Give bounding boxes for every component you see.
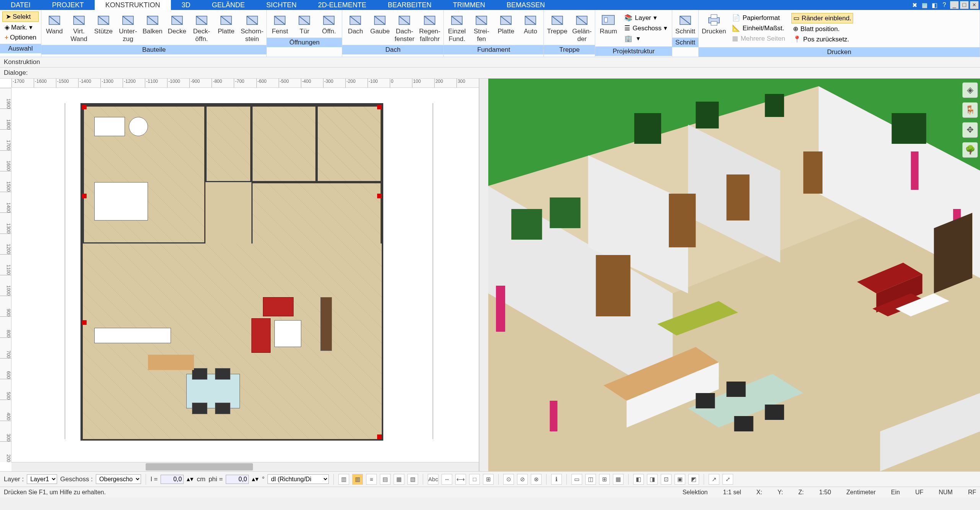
tuer-button[interactable]: Tür — [292, 12, 317, 36]
tb-icon[interactable]: ⊡ — [661, 474, 671, 485]
schornstein-button[interactable]: Schorn- stein — [238, 12, 266, 43]
scrollbar-vertical[interactable] — [479, 79, 488, 471]
selekt-button[interactable]: ➤Selekt — [2, 12, 39, 22]
unterzug-button[interactable]: Unter- zug — [116, 12, 140, 43]
gaube-button[interactable]: Gaube — [368, 12, 392, 36]
viewport-2d[interactable]: -1700-1600-1500-1400-1300-1200-1100-1000… — [0, 79, 479, 471]
einzelfund-button[interactable]: Einzel Fund. — [445, 12, 469, 43]
tab-sichten[interactable]: SICHTEN — [256, 0, 307, 10]
tb-icon[interactable]: ◫ — [585, 474, 596, 485]
tb-icon[interactable]: ◧ — [633, 474, 644, 485]
tab-konstruktion[interactable]: KONSTRUKTION — [95, 0, 171, 10]
tool-icon[interactable]: ◧ — [930, 1, 939, 9]
oeffn-button[interactable]: Öffn. — [317, 12, 341, 36]
tab-2delemente[interactable]: 2D-ELEMENTE — [307, 0, 377, 10]
viewport-3d[interactable]: ◈ 🪑 ✥ 🌳 — [488, 79, 980, 471]
mehrere-button[interactable]: ▦Mehrere Seiten — [730, 34, 786, 43]
tb-icon[interactable]: ≡ — [366, 474, 377, 485]
tb-icon[interactable]: ⟷ — [455, 474, 466, 485]
phi-input[interactable] — [226, 475, 249, 484]
papierformat-button[interactable]: 📄Papierformat — [730, 13, 786, 23]
tb-icon[interactable]: ▧ — [407, 474, 418, 485]
virtwand-button[interactable]: Virt. Wand — [67, 12, 91, 43]
wand-button[interactable]: Wand — [42, 12, 67, 36]
optionen-button[interactable]: +Optionen — [2, 33, 39, 42]
tb-icon[interactable]: ⊙ — [503, 474, 514, 485]
pos-button[interactable]: 📍Pos zurücksetz. — [791, 35, 853, 44]
balken-button[interactable]: Balken — [140, 12, 165, 36]
tb-info-icon[interactable]: ℹ — [551, 474, 562, 485]
tb-icon[interactable]: ⊞ — [599, 474, 610, 485]
gelaender-button[interactable]: Gelän- der — [570, 12, 594, 43]
move-tool-icon[interactable]: ✥ — [962, 122, 978, 138]
richtung-select[interactable]: dl (Richtung/Di — [268, 474, 329, 484]
help-icon[interactable]: ? — [940, 1, 949, 9]
platte2-button[interactable]: Platte — [494, 12, 518, 36]
layer-dropdown[interactable]: 📚Layer ▾ — [623, 13, 669, 23]
tb-icon[interactable]: ⊞ — [483, 474, 494, 485]
tool-icon[interactable]: ✖ — [910, 1, 919, 9]
geschoss-select[interactable]: Obergescho — [96, 474, 141, 484]
regenfallrohr-icon — [421, 12, 438, 28]
regenfallrohr-button[interactable]: Regen- fallrohr — [417, 12, 443, 43]
tb-icon[interactable]: ▥ — [338, 474, 349, 485]
tb-icon[interactable]: ▣ — [675, 474, 685, 485]
tab-projekt[interactable]: PROJEKT — [41, 0, 95, 10]
schnitt-button[interactable]: Schnitt — [673, 12, 698, 36]
group-title-drucken: Drucken — [699, 47, 980, 57]
raender-button[interactable]: ▭Ränder einblend. — [791, 13, 853, 23]
tab-gelaende[interactable]: GELÄNDE — [201, 0, 256, 10]
raum-button[interactable]: Raum — [596, 12, 621, 36]
tb-icon[interactable]: ▦ — [613, 474, 624, 485]
dach-button[interactable]: Dach — [343, 12, 368, 36]
tb-icon[interactable]: ▦ — [394, 474, 404, 485]
deckoeffn-button[interactable]: Deck- öffn. — [189, 12, 214, 43]
treppe-button[interactable]: Treppe — [545, 12, 570, 36]
einzelfund-icon — [448, 12, 465, 28]
tb-icon[interactable]: ⤢ — [722, 474, 733, 485]
tab-bearbeiten[interactable]: BEARBEITEN — [377, 0, 442, 10]
tb-icon[interactable]: □ — [469, 474, 480, 485]
spinner-icon[interactable]: ▴▾ — [252, 475, 259, 483]
stuetze-button[interactable]: Stütze — [91, 12, 116, 36]
blatt-button[interactable]: ⊕Blatt position. — [791, 24, 853, 34]
platte-button[interactable]: Platte — [214, 12, 238, 36]
tb-icon[interactable]: ↔ — [442, 474, 452, 485]
tb-icon[interactable]: ↗ — [709, 474, 719, 485]
tool-icon[interactable]: ▦ — [920, 1, 929, 9]
tree-tool-icon[interactable]: 🌳 — [962, 142, 978, 158]
tab-trimmen[interactable]: TRIMMEN — [442, 0, 496, 10]
length-input[interactable] — [161, 475, 184, 484]
tb-icon[interactable]: ▥ — [352, 474, 363, 485]
geschoss-dropdown[interactable]: ☰Geschoss ▾ — [623, 23, 669, 33]
drucken-button[interactable]: Drucken — [699, 12, 728, 36]
tb-icon[interactable]: ⊘ — [517, 474, 528, 485]
spinner-icon[interactable]: ▴▾ — [187, 475, 194, 483]
dachfenster-button[interactable]: Dach- fenster — [392, 12, 417, 43]
layers-tool-icon[interactable]: ◈ — [962, 82, 978, 98]
floorplan[interactable] — [80, 103, 383, 441]
minimize-icon[interactable]: _ — [950, 1, 959, 9]
einheit-button[interactable]: 📐Einheit/Maßst. — [730, 23, 786, 33]
building-dropdown[interactable]: 🏢 ▾ — [623, 34, 669, 43]
tb-icon[interactable]: ⊗ — [531, 474, 542, 485]
furniture-tool-icon[interactable]: 🪑 — [962, 102, 978, 118]
tb-icon[interactable]: ◨ — [647, 474, 658, 485]
streifen-button[interactable]: Strei- fen — [469, 12, 494, 43]
maximize-icon[interactable]: □ — [960, 1, 969, 9]
tab-datei[interactable]: DATEI — [0, 0, 41, 10]
mark-button[interactable]: ◈Mark. ▾ — [2, 23, 39, 32]
tb-text-icon[interactable]: Abc — [428, 474, 438, 485]
tab-bemassen[interactable]: BEMASSEN — [496, 0, 556, 10]
tb-icon[interactable]: ▤ — [380, 474, 391, 485]
tb-icon[interactable]: ▭ — [571, 474, 582, 485]
tab-3d[interactable]: 3D — [171, 0, 201, 10]
tb-icon[interactable]: ◩ — [688, 474, 699, 485]
canvas-2d[interactable] — [11, 88, 479, 462]
close-icon[interactable]: × — [970, 1, 978, 9]
decke-button[interactable]: Decke — [165, 12, 189, 36]
fenst-button[interactable]: Fenst — [268, 12, 292, 36]
scrollbar-horizontal[interactable] — [11, 462, 479, 471]
auto-button[interactable]: Auto — [518, 12, 543, 36]
layer-select[interactable]: Layer1 — [27, 474, 57, 484]
